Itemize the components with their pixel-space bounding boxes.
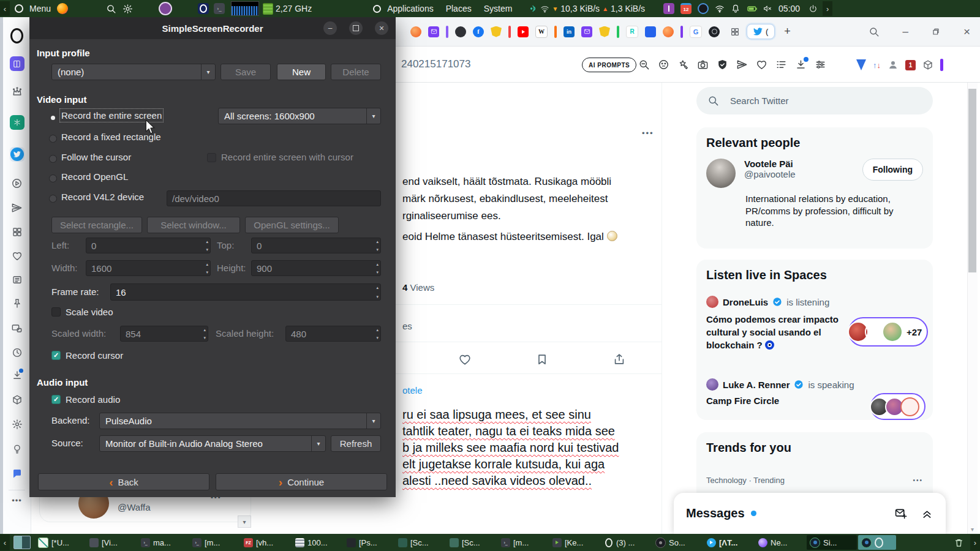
tab-search-groups-icon[interactable] (730, 27, 740, 37)
checkbox-record-audio[interactable]: ✓ (51, 395, 61, 404)
back-button[interactable]: ‹Back (38, 473, 209, 490)
checkbox-record-cursor[interactable]: ✓ (51, 351, 61, 360)
dialog-minimize-icon[interactable]: – (323, 21, 337, 35)
player-icon[interactable] (3, 178, 31, 189)
send-to-device-icon[interactable] (736, 59, 748, 70)
window-minimize-icon[interactable]: – (902, 26, 908, 38)
battery-icon[interactable] (747, 3, 758, 14)
opengl-settings-button[interactable]: OpenGL settings... (245, 217, 339, 233)
taskbar-window-button[interactable]: [Ps... (344, 535, 394, 550)
save-profile-button[interactable]: Save (221, 64, 271, 80)
taskbar-window-button-active[interactable]: Si... (807, 535, 857, 550)
crown-icon[interactable] (3, 86, 31, 98)
address-bar-url[interactable]: 240215171073 (401, 58, 470, 70)
extensions-cube-icon[interactable] (3, 394, 31, 405)
refresh-sources-button[interactable]: Refresh (331, 435, 381, 452)
reading-list-icon[interactable] (3, 56, 31, 71)
trend-category[interactable]: Technology · Trending (706, 476, 913, 485)
spinner-icons[interactable]: ▴▾ (376, 239, 379, 252)
tab-favicon-reel[interactable] (709, 26, 720, 37)
tab-favicon-fox[interactable] (410, 26, 421, 37)
taskbar-window-button[interactable]: ›_[m... (498, 535, 548, 550)
taskbar-window-button[interactable]: ›_ma... (138, 535, 188, 550)
record-opengl-label[interactable]: Record OpenGL (61, 171, 128, 182)
new-profile-button[interactable]: New (277, 64, 326, 80)
opera-logo-icon[interactable] (3, 28, 31, 43)
cpu-history-graph[interactable] (231, 1, 259, 16)
tab-favicon-google[interactable]: G (690, 26, 702, 38)
delete-profile-button[interactable]: Delete (331, 64, 381, 80)
taskbar-window-button[interactable]: 100... (292, 535, 342, 550)
spinner-icons[interactable]: ▴▾ (376, 328, 379, 340)
places-menu[interactable]: Places (446, 4, 472, 13)
tab-search-icon[interactable] (869, 26, 880, 37)
taskbar-window-button[interactable]: (3) ... (601, 535, 651, 550)
continue-button[interactable]: ›Continue (216, 473, 387, 490)
radio-record-fixed-rectangle[interactable] (49, 135, 57, 143)
space-host-name[interactable]: DroneLuis (723, 297, 768, 307)
settings-gears-icon[interactable] (123, 4, 133, 14)
radio-record-v4l2[interactable] (49, 195, 57, 203)
taskbar-window-button[interactable]: [ΛT... (704, 535, 754, 550)
scroll-caret-button[interactable]: ▾ (238, 515, 251, 528)
sidebar-more-icon[interactable]: ••• (3, 496, 31, 505)
profile-select[interactable]: (none)▾ (51, 64, 216, 80)
panel-collapse-right-icon[interactable]: › (823, 1, 832, 16)
tab-group-bar-red[interactable] (508, 26, 511, 38)
select-window-button[interactable]: Select window... (147, 217, 240, 233)
news-feed-icon[interactable] (3, 274, 31, 285)
tweet-more-icon[interactable]: ••• (642, 129, 654, 138)
like-button[interactable] (458, 353, 472, 366)
my-flow-devices-icon[interactable] (3, 323, 31, 334)
checkbox-scale-video[interactable] (51, 307, 61, 317)
radio-record-opengl[interactable] (49, 174, 57, 182)
history-clock-icon[interactable] (3, 347, 31, 358)
v4l2-device-field[interactable]: /dev/video0 (167, 190, 381, 206)
record-entire-screen-label[interactable]: Record the entire screen (61, 110, 162, 121)
media-applet-icon[interactable] (663, 3, 674, 14)
record-audio-label[interactable]: Record audio (66, 394, 120, 405)
power-icon[interactable] (809, 4, 818, 13)
dialog-maximize-icon[interactable] (349, 21, 363, 35)
cpu-frequency-icon[interactable] (263, 3, 273, 15)
page-scrollbar[interactable]: ▾ (967, 83, 978, 534)
profile-handle[interactable]: @paivootele (744, 169, 854, 179)
taskbar-window-button[interactable]: [Sc... (447, 535, 497, 550)
radio-follow-cursor[interactable] (49, 155, 57, 163)
tab-favicon-coat-of-arms2[interactable] (599, 26, 610, 37)
network-applet-icon[interactable] (715, 4, 725, 13)
tab-group-bar-purple[interactable] (446, 26, 448, 38)
notifications-bell-icon[interactable] (731, 4, 741, 13)
add-favorite-heart-icon[interactable] (756, 59, 767, 70)
window-close-icon[interactable]: × (963, 25, 970, 39)
telegram-icon[interactable] (3, 202, 31, 214)
tab-favicon-wikipedia[interactable]: W (535, 26, 548, 38)
window-restore-icon[interactable] (931, 27, 941, 37)
favorites-heart-icon[interactable] (3, 250, 31, 261)
tab-favicon-mail2[interactable] (581, 26, 592, 37)
twitter-sidebar-icon[interactable] (3, 147, 31, 162)
reading-list-toolbar-icon[interactable] (775, 59, 787, 70)
messages-drawer[interactable]: Messages (674, 493, 946, 534)
spinner-icons[interactable]: ▴▾ (203, 328, 206, 340)
trash-icon[interactable] (954, 538, 964, 548)
taskbar-window-button[interactable]: ›_[m... (189, 535, 239, 550)
ai-prompts-button[interactable]: AI PROMPTS (582, 58, 636, 72)
extension-badge-1-icon[interactable]: 1 (905, 60, 916, 70)
select-rectangle-button[interactable]: Select rectangle... (51, 217, 142, 233)
scaled-height-field[interactable]: 480▴▾ (285, 326, 381, 342)
follow-cursor-label[interactable]: Follow the cursor (61, 152, 131, 162)
framerate-field[interactable]: 16▴▾ (110, 283, 381, 301)
spinner-icons[interactable]: ▴▾ (206, 239, 208, 252)
space-speakers-pill[interactable] (870, 393, 925, 420)
pinboard-icon[interactable] (3, 298, 31, 309)
extension-cube-icon[interactable] (922, 59, 933, 70)
taskbar-expand-icon[interactable]: › (970, 534, 980, 550)
snapshot-camera-icon[interactable] (697, 59, 709, 70)
space-listeners-pill[interactable]: +27 (848, 317, 928, 347)
spinner-icons[interactable]: ▴▾ (376, 262, 379, 274)
taskbar-window-button[interactable]: [Sc... (395, 535, 445, 550)
spinner-icons[interactable]: ▴▾ (376, 285, 379, 299)
space-host-name[interactable]: Luke A. Renner (723, 380, 790, 390)
tab-favicon-fox2[interactable] (663, 26, 674, 37)
